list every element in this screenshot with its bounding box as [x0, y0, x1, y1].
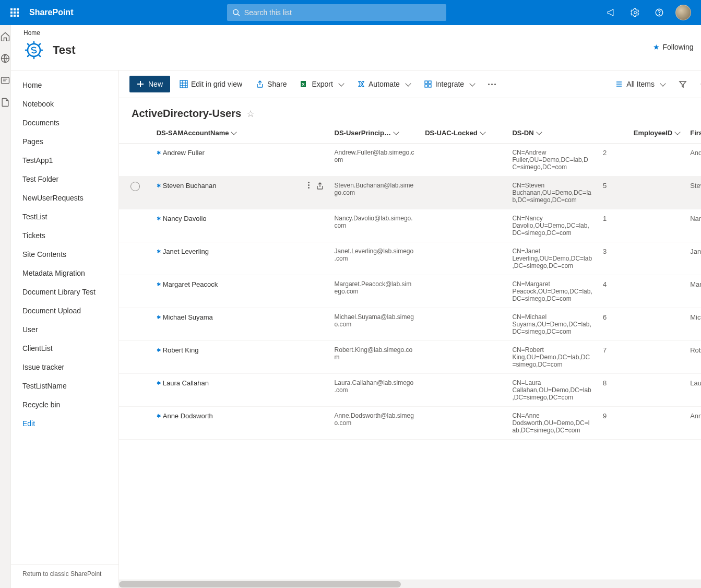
cell-sam: Robert King [163, 346, 199, 354]
filter-icon [679, 80, 687, 88]
scrollbar-thumb[interactable] [119, 581, 401, 587]
col-select[interactable] [119, 123, 151, 144]
nav-item-documents[interactable]: Documents [11, 113, 118, 132]
chevron-down-icon [393, 129, 399, 135]
cell-emp: 8 [598, 374, 685, 407]
nav-item-testlist[interactable]: TestList [11, 207, 118, 226]
site-title: Test [53, 43, 76, 57]
automate-label: Automate [369, 80, 400, 88]
nav-item-document-upload[interactable]: Document Upload [11, 301, 118, 320]
nav-item-metadata-migration[interactable]: Metadata Migration [11, 264, 118, 283]
nav-item-pages[interactable]: Pages [11, 132, 118, 151]
cell-emp: 2 [598, 144, 685, 177]
nav-item-tickets[interactable]: Tickets [11, 226, 118, 245]
automate-button[interactable]: Automate [353, 76, 414, 92]
table-row[interactable]: ✱ Robert King Robert.King@lab.simego.com… [119, 341, 701, 374]
cell-fn: Steven [685, 177, 701, 209]
cell-uac [420, 177, 507, 209]
export-button[interactable]: X Export [296, 76, 347, 92]
table-row[interactable]: ✱ Janet Leverling Janet.Leverling@lab.si… [119, 242, 701, 275]
row-more-button[interactable] [308, 182, 310, 190]
nav-item-test-folder[interactable]: Test Folder [11, 170, 118, 189]
svg-rect-31 [429, 85, 431, 87]
svg-rect-6 [10, 15, 13, 17]
integrate-button[interactable]: Integrate [420, 76, 479, 92]
nav-item-clientlist[interactable]: ClientList [11, 339, 118, 358]
cell-emp: 5 [598, 177, 685, 209]
filter-button[interactable] [674, 76, 691, 92]
new-button[interactable]: New [129, 76, 170, 92]
row-select-radio[interactable] [130, 182, 140, 191]
table-row[interactable]: ✱ Michael Suyama Michael.Suyama@lab.sime… [119, 308, 701, 341]
share-button[interactable]: Share [252, 76, 291, 92]
star-filled-icon: ★ [653, 43, 660, 51]
cell-uac [420, 144, 507, 177]
globe-icon[interactable] [0, 53, 10, 64]
svg-rect-28 [425, 81, 427, 84]
col-dn[interactable]: DS-DN [507, 123, 598, 144]
cell-upn: Janet.Leverling@lab.simego.com [329, 242, 420, 275]
chevron-down-icon [480, 129, 485, 135]
item-type-icon: ✱ [157, 150, 161, 156]
horizontal-scrollbar[interactable] [119, 580, 701, 588]
search-box[interactable] [227, 4, 446, 21]
news-icon[interactable] [0, 75, 10, 86]
nav-item-notebook[interactable]: Notebook [11, 95, 118, 113]
item-type-icon: ✱ [157, 347, 161, 353]
cell-fn: Margaret [685, 275, 701, 308]
flow-icon [357, 80, 365, 88]
table-row[interactable]: ✱ Anne Dodsworth Anne.Dodsworth@lab.sime… [119, 407, 701, 440]
nav-item-issue-tracker[interactable]: Issue tracker [11, 358, 118, 377]
col-upn[interactable]: DS-UserPrincip… [329, 123, 420, 144]
settings-button[interactable] [624, 0, 647, 25]
nav-item-site-contents[interactable]: Site Contents [11, 245, 118, 264]
chevron-down-icon [536, 129, 542, 135]
app-launcher-button[interactable] [2, 0, 27, 25]
account-button[interactable] [672, 0, 695, 25]
cell-upn: Anne.Dodsworth@lab.simego.com [329, 407, 420, 440]
favorite-star-icon[interactable]: ☆ [246, 108, 255, 120]
svg-rect-8 [17, 15, 19, 17]
cell-dn: CN=Nancy Davolio,OU=Demo,DC=lab,DC=simeg… [507, 209, 598, 242]
table-row[interactable]: ✱ Andrew Fuller Andrew.Fuller@lab.simego… [119, 144, 701, 177]
svg-rect-2 [17, 8, 19, 10]
table-row[interactable]: ✱ Nancy Davolio Nancy.Davolio@lab.simego… [119, 209, 701, 242]
nav-item-document-library-test[interactable]: Document Library Test [11, 283, 118, 301]
share-arrow-icon [256, 80, 264, 88]
breadcrumb[interactable]: Home [23, 29, 701, 37]
nav-item-recycle-bin[interactable]: Recycle bin [11, 395, 118, 414]
more-button[interactable] [484, 76, 500, 92]
megaphone-button[interactable] [600, 0, 623, 25]
item-type-icon: ✱ [157, 249, 161, 254]
nav-item-user[interactable]: User [11, 320, 118, 339]
col-sam[interactable]: DS-SAMAccountName [151, 123, 329, 144]
edit-grid-label: Edit in grid view [191, 80, 242, 88]
cell-dn: CN=Steven Buchanan,OU=Demo,DC=lab,DC=sim… [507, 177, 598, 209]
nav-item-newuserrequests[interactable]: NewUserRequests [11, 189, 118, 207]
view-selector[interactable]: All Items [611, 76, 669, 92]
home-icon[interactable] [0, 31, 10, 42]
row-share-icon[interactable] [316, 182, 324, 190]
help-button[interactable] [648, 0, 671, 25]
files-icon[interactable] [0, 97, 10, 108]
nav-edit-link[interactable]: Edit [11, 414, 118, 433]
cell-uac [420, 242, 507, 275]
nav-item-testlistname[interactable]: TestListName [11, 377, 118, 395]
cell-emp: 6 [598, 308, 685, 341]
return-classic-link[interactable]: Return to classic SharePoint [11, 565, 118, 583]
table-row[interactable]: ✱ Laura Callahan Laura.Callahan@lab.sime… [119, 374, 701, 407]
nav-item-testapp1[interactable]: TestApp1 [11, 151, 118, 170]
table-row[interactable]: ✱ Steven Buchanan Steven.Buchanan@lab.si… [119, 177, 701, 209]
cell-sam: Andrew Fuller [163, 149, 205, 157]
nav-item-home[interactable]: Home [11, 76, 118, 95]
col-uac[interactable]: DS-UAC-Locked [420, 123, 507, 144]
col-fn[interactable]: FirstName [685, 123, 701, 144]
col-emp[interactable]: EmployeeID [598, 123, 685, 144]
follow-button[interactable]: ★ Following [653, 43, 694, 51]
search-input[interactable] [244, 8, 441, 17]
edit-grid-button[interactable]: Edit in grid view [175, 76, 246, 92]
page-header: Home Test ★ Following Share [11, 25, 701, 70]
svg-rect-21 [180, 80, 187, 88]
table-row[interactable]: ✱ Margaret Peacock Margaret.Peacock@lab.… [119, 275, 701, 308]
info-button[interactable] [696, 76, 701, 92]
